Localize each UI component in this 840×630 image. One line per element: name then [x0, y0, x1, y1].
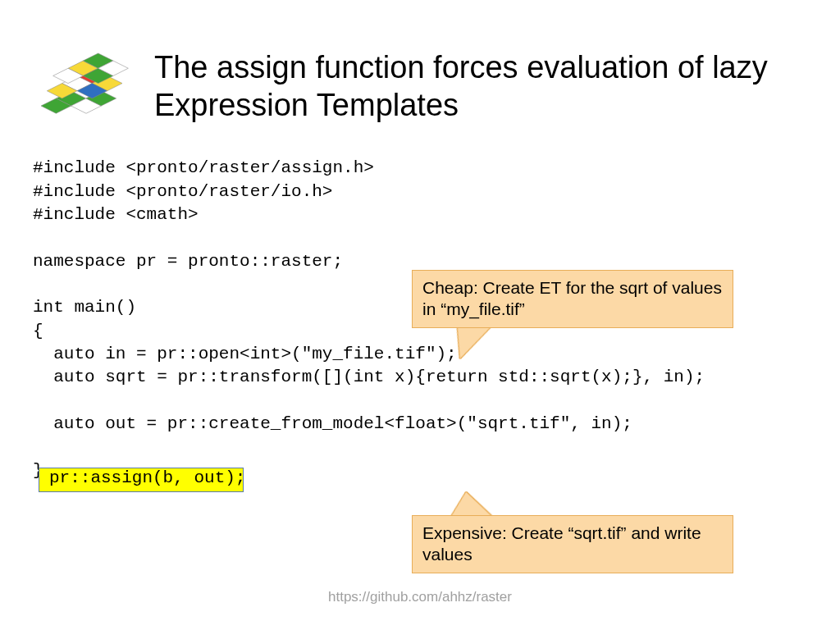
footer-link: https://github.com/ahhz/raster [0, 589, 840, 605]
slide-title: The assign function forces evaluation of… [154, 49, 799, 124]
stacked-cubes-logo [41, 49, 131, 119]
callout-tail-bottom [451, 492, 495, 517]
callout-cheap: Cheap: Create ET for the sqrt of values … [412, 270, 733, 328]
callout-expensive: Expensive: Create “sqrt.tif” and write v… [412, 515, 733, 573]
code-highlight-text: pr::assign(b, out); [49, 468, 245, 487]
